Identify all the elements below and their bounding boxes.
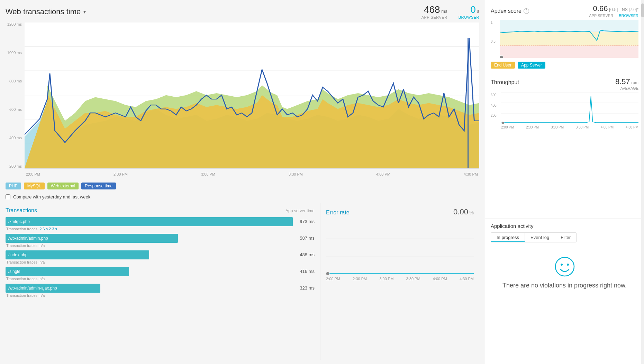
app-activity-section: Application activity In progress Event l… bbox=[485, 219, 644, 364]
svg-point-26 bbox=[501, 122, 504, 124]
transaction-bar-ajax[interactable]: /wp-admin/admin-ajax.php bbox=[6, 284, 293, 293]
bar-label-ajax: /wp-admin/admin-ajax.php bbox=[6, 286, 57, 291]
error-x-300pm: 3:00 PM bbox=[379, 277, 393, 281]
transactions-subtitle: App server time bbox=[285, 208, 315, 213]
apdex-y-labels: 1 0.5 bbox=[491, 20, 500, 59]
chart-legend: PHP MySQL Web external Response time bbox=[6, 183, 479, 189]
browser-label: BROWSER bbox=[459, 15, 479, 19]
throughput-x-labels: 2:00 PM 2:30 PM 3:00 PM 3:30 PM 4:00 PM … bbox=[501, 125, 638, 129]
bar-label-index: /index.php bbox=[6, 252, 27, 257]
traces-nva-3: n/a bbox=[39, 277, 45, 281]
no-violations-container: There are no violations in progress righ… bbox=[491, 249, 638, 297]
transactions-title[interactable]: Transactions bbox=[6, 207, 37, 214]
throughput-x-330pm: 3:30 PM bbox=[576, 125, 589, 129]
main-chart-area bbox=[25, 22, 479, 169]
compare-section: Compare with yesterday and last week bbox=[6, 189, 479, 203]
apdex-ns-value: NS [7.0]* bbox=[622, 7, 638, 12]
transaction-item-4: /single 416 ms Transaction traces: n/a bbox=[6, 267, 315, 281]
transaction-value-index: 488 ms bbox=[296, 252, 315, 257]
transaction-item-2: /wp-admin/admin.php 587 ms Transaction t… bbox=[6, 234, 315, 248]
apdex-chart-wrapper: 1 0.5 bbox=[491, 20, 638, 59]
throughput-y-200: 200 bbox=[491, 114, 501, 117]
throughput-x-200pm: 2:00 PM bbox=[501, 125, 514, 129]
throughput-y-600: 600 bbox=[491, 93, 501, 97]
apdex-labels-row: APP SERVER BROWSER bbox=[589, 14, 638, 18]
y-label-800: 800 ms bbox=[6, 79, 25, 83]
bar-label-wpadmin: /wp-admin/admin.php bbox=[6, 236, 48, 241]
apdex-header: Apdex score ? 0.66 [0.5] NS [7.0]* APP S… bbox=[491, 4, 638, 18]
app-activity-header: Application activity bbox=[491, 223, 638, 229]
legend-mysql[interactable]: MySQL bbox=[24, 183, 45, 189]
transaction-bar-xmlrpc[interactable]: /xmlrpc.php bbox=[6, 217, 293, 226]
scrollbar-thumb[interactable] bbox=[641, 3, 644, 17]
apdex-chart bbox=[500, 20, 638, 59]
transaction-traces-ajax: Transaction traces: n/a bbox=[6, 293, 315, 298]
apdex-score-bracket: [0.5] bbox=[609, 7, 618, 12]
throughput-x-430pm: 4:30 PM bbox=[626, 125, 638, 129]
throughput-chart-wrapper: 600 400 200 bbox=[491, 92, 638, 125]
svg-point-28 bbox=[561, 264, 563, 266]
browser-metric: 0 s BROWSER bbox=[459, 4, 479, 19]
legend-php[interactable]: PHP bbox=[6, 183, 21, 189]
transaction-bar-wpadmin[interactable]: /wp-admin/admin.php bbox=[6, 234, 293, 243]
traces-nva-2: n/a bbox=[39, 260, 45, 264]
svg-rect-18 bbox=[500, 46, 638, 58]
activity-tabs: In progress Event log Filter bbox=[491, 232, 577, 242]
transaction-bar-row: /xmlrpc.php 973 ms bbox=[6, 217, 315, 226]
bar-fill-xmlrpc bbox=[6, 217, 293, 226]
apdex-legend-appserver[interactable]: App Server bbox=[518, 62, 545, 69]
apdex-scores: 0.66 [0.5] NS [7.0]* APP SERVER BROWSER bbox=[589, 4, 638, 18]
traces-nva-1: n/a bbox=[39, 243, 45, 248]
transaction-item-5: /wp-admin/admin-ajax.php 323 ms Transact… bbox=[6, 284, 315, 298]
error-x-400pm: 4:00 PM bbox=[433, 277, 447, 281]
tab-in-progress[interactable]: In progress bbox=[491, 233, 525, 242]
x-label-430pm: 4:30 PM bbox=[464, 172, 478, 176]
throughput-unit: rpm bbox=[631, 80, 638, 85]
y-label-1200: 1200 ms bbox=[6, 22, 25, 26]
browser-unit: s bbox=[477, 9, 480, 14]
apdex-legend-enduser[interactable]: End User bbox=[491, 62, 515, 69]
apdex-info-icon[interactable]: ? bbox=[524, 8, 529, 14]
app-server-value: 468 bbox=[424, 4, 440, 15]
legend-web-external[interactable]: Web external bbox=[47, 183, 79, 189]
transaction-traces-wpadmin: Transaction traces: n/a bbox=[6, 243, 315, 248]
error-x-labels: 2:00 PM 2:30 PM 3:00 PM 3:30 PM 4:00 PM … bbox=[326, 277, 474, 281]
legend-response-time[interactable]: Response time bbox=[81, 183, 116, 189]
compare-checkbox[interactable] bbox=[6, 194, 10, 199]
y-axis-labels: 1200 ms 1000 ms 800 ms 600 ms 400 ms 200… bbox=[6, 22, 25, 169]
error-rate-value-block: 0.00 % bbox=[453, 207, 474, 216]
transaction-bar-row-2: /wp-admin/admin.php 587 ms bbox=[6, 234, 315, 243]
apdex-title: Apdex score ? bbox=[491, 8, 529, 14]
chart-title-text: Web transactions time bbox=[6, 7, 81, 16]
svg-point-29 bbox=[567, 264, 569, 266]
throughput-x-400pm: 4:00 PM bbox=[601, 125, 614, 129]
y-label-600: 600 ms bbox=[6, 107, 25, 112]
dropdown-icon[interactable]: ▾ bbox=[83, 9, 86, 15]
transaction-traces-index: Transaction traces: n/a bbox=[6, 260, 315, 264]
throughput-avg: AVERAGE bbox=[615, 86, 638, 90]
svg-point-21 bbox=[500, 55, 503, 58]
apdex-y-1: 1 bbox=[491, 20, 500, 24]
app-server-label: APP SERVER bbox=[421, 15, 447, 19]
svg-point-15 bbox=[326, 272, 329, 275]
transaction-item: /xmlrpc.php 973 ms Transaction traces: 2… bbox=[6, 217, 315, 231]
chart-title[interactable]: Web transactions time ▾ bbox=[6, 7, 86, 16]
main-chart-container: 1200 ms 1000 ms 800 ms 600 ms 400 ms 200… bbox=[6, 22, 479, 179]
transaction-value-xmlrpc: 973 ms bbox=[296, 219, 315, 224]
tab-event-log[interactable]: Event log bbox=[525, 233, 555, 242]
transaction-traces-xmlrpc: Transaction traces: 2.6 s 2.3 s bbox=[6, 227, 315, 231]
error-rate-title[interactable]: Error rate bbox=[326, 210, 350, 216]
transaction-bar-row-4: /single 416 ms bbox=[6, 267, 315, 276]
apdex-section: Apdex score ? 0.66 [0.5] NS [7.0]* APP S… bbox=[485, 0, 644, 73]
transaction-bar-index[interactable]: /index.php bbox=[6, 250, 293, 259]
transaction-bar-row-5: /wp-admin/admin-ajax.php 323 ms bbox=[6, 284, 315, 293]
tab-filter[interactable]: Filter bbox=[555, 233, 576, 242]
traces-link-xmlrpc[interactable]: 2.6 s 2.3 s bbox=[39, 227, 57, 231]
right-panel: Apdex score ? 0.66 [0.5] NS [7.0]* APP S… bbox=[485, 0, 644, 364]
transaction-bar-single[interactable]: /single bbox=[6, 267, 293, 276]
x-label-400pm: 4:00 PM bbox=[376, 172, 390, 176]
apdex-legend: End User App Server bbox=[491, 62, 638, 69]
no-violations-text: There are no violations in progress righ… bbox=[502, 281, 627, 290]
right-scrollbar[interactable] bbox=[641, 0, 644, 364]
error-panel: Error rate 0.00 % bbox=[320, 203, 479, 360]
